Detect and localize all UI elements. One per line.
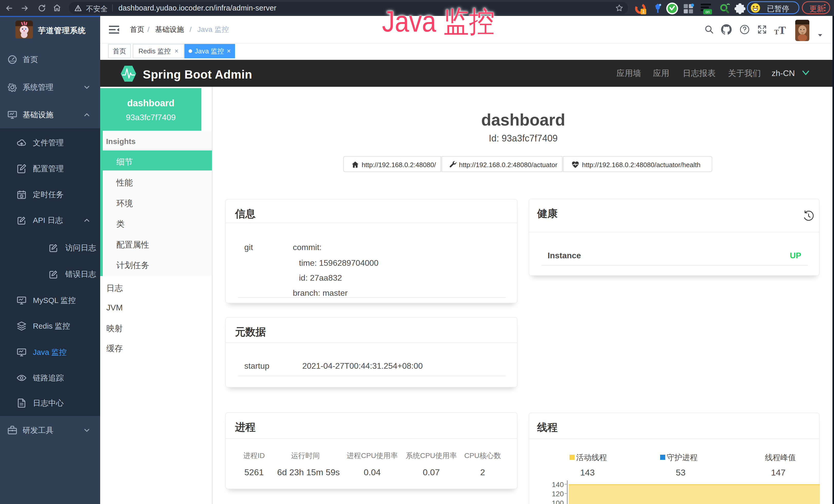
svg-text:T: T <box>778 24 786 35</box>
svg-text:on: on <box>706 9 710 14</box>
svg-text:T: T <box>774 28 779 35</box>
svg-text:1: 1 <box>642 9 644 14</box>
